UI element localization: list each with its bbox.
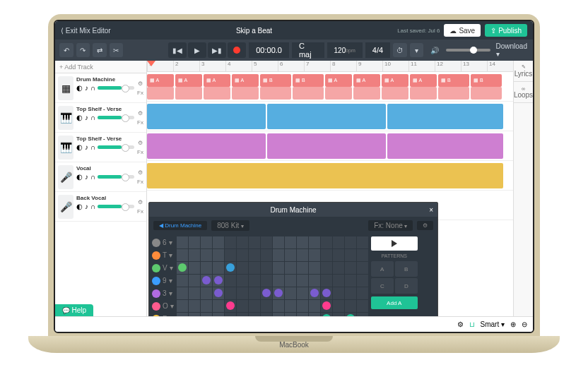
- track-volume-slider[interactable]: [98, 205, 134, 208]
- seq-cell[interactable]: [285, 300, 296, 312]
- clip[interactable]: [267, 133, 386, 159]
- headphones-icon[interactable]: ∩: [90, 114, 95, 121]
- seq-cell[interactable]: [213, 236, 224, 248]
- clip[interactable]: ▦ A: [410, 74, 437, 87]
- next-button[interactable]: ▶▮: [208, 42, 226, 58]
- seq-cell[interactable]: [357, 249, 368, 261]
- seq-cell[interactable]: [357, 236, 368, 248]
- seq-cell[interactable]: [345, 236, 356, 248]
- ruler-tick[interactable]: 6: [278, 61, 304, 71]
- seq-cell[interactable]: [297, 287, 308, 299]
- play-button[interactable]: ▶: [188, 42, 206, 58]
- headphones-icon[interactable]: ∩: [90, 203, 95, 210]
- clip[interactable]: ▦ A: [325, 74, 352, 87]
- track-fx-button[interactable]: Fx: [137, 119, 143, 126]
- clip[interactable]: [325, 87, 352, 100]
- clip[interactable]: [204, 87, 230, 100]
- clip[interactable]: [260, 87, 291, 100]
- seq-cell[interactable]: [261, 236, 272, 248]
- clip[interactable]: ▦ A: [353, 74, 380, 87]
- pattern-slot[interactable]: D: [395, 278, 418, 294]
- seq-cell[interactable]: [189, 287, 200, 299]
- track-fx-button[interactable]: Fx: [137, 149, 143, 155]
- seq-cell[interactable]: [261, 300, 272, 312]
- track-lane[interactable]: [147, 161, 513, 191]
- seq-cell[interactable]: [345, 313, 356, 316]
- seq-cell[interactable]: [177, 262, 188, 274]
- pattern-play-button[interactable]: [371, 236, 418, 251]
- ruler-tick[interactable]: 12: [435, 61, 461, 71]
- track-gear-icon[interactable]: ⚙: [138, 199, 143, 205]
- seq-cell[interactable]: [309, 236, 320, 248]
- tempo-selector[interactable]: 120 bpm: [327, 42, 363, 58]
- timesig-selector[interactable]: 4/4: [365, 42, 390, 58]
- ruler-tick[interactable]: 14: [487, 61, 513, 71]
- seq-cell[interactable]: [201, 313, 212, 316]
- clip[interactable]: ▦ A: [232, 74, 259, 87]
- clip[interactable]: [147, 104, 266, 129]
- pattern-slot[interactable]: A: [371, 261, 394, 277]
- seq-cell[interactable]: [177, 300, 188, 312]
- seq-cell[interactable]: [333, 300, 344, 312]
- seq-cell[interactable]: [213, 249, 224, 261]
- seq-cell[interactable]: [297, 236, 308, 248]
- seq-cell[interactable]: [213, 275, 224, 287]
- seq-cell[interactable]: [273, 287, 284, 299]
- prev-button[interactable]: ▮◀: [168, 42, 187, 58]
- clip[interactable]: ▦ A: [175, 74, 202, 87]
- mute-icon[interactable]: ◐: [76, 84, 83, 92]
- seq-cell[interactable]: [261, 313, 272, 316]
- solo-icon[interactable]: ♪: [85, 114, 88, 121]
- seq-cell[interactable]: [273, 249, 284, 261]
- seq-cell[interactable]: [189, 300, 200, 312]
- track-header[interactable]: 🎤 Back Vocal ◐♪∩ ⚙Fx: [55, 192, 146, 222]
- seq-cell[interactable]: [297, 262, 308, 274]
- seq-cell[interactable]: [273, 313, 284, 316]
- pattern-slot[interactable]: B: [395, 261, 418, 277]
- seq-cell[interactable]: [225, 249, 236, 261]
- seq-cell[interactable]: [273, 262, 284, 274]
- solo-icon[interactable]: ♪: [85, 203, 88, 210]
- ruler-tick[interactable]: 3: [199, 61, 225, 71]
- seq-cell[interactable]: [177, 236, 188, 248]
- seq-cell[interactable]: [249, 236, 260, 248]
- drum-row-label[interactable]: V▾: [152, 262, 174, 274]
- seq-cell[interactable]: [249, 249, 260, 261]
- seq-cell[interactable]: [189, 262, 200, 274]
- track-header[interactable]: 🎹 Top Shelf - Verse ◐♪∩ ⚙Fx: [55, 133, 146, 162]
- seq-cell[interactable]: [237, 236, 248, 248]
- track-gear-icon[interactable]: ⚙: [138, 140, 143, 146]
- track-header[interactable]: 🎤 Vocal ◐♪∩ ⚙Fx: [55, 162, 146, 192]
- ruler-tick[interactable]: 13: [461, 61, 487, 71]
- track-gear-icon[interactable]: ⚙: [138, 169, 143, 176]
- track-volume-slider[interactable]: [98, 175, 134, 179]
- clip[interactable]: ▦ B: [260, 74, 291, 87]
- add-track-button[interactable]: + Add Track: [55, 61, 146, 73]
- track-volume-slider[interactable]: [98, 116, 134, 119]
- seq-cell[interactable]: [333, 236, 344, 248]
- lyrics-tab[interactable]: ✎Lyrics: [514, 61, 533, 82]
- ruler-tick[interactable]: 9: [356, 61, 382, 71]
- mute-icon[interactable]: ◐: [76, 114, 83, 121]
- clip[interactable]: ▦ B: [293, 74, 324, 87]
- seq-cell[interactable]: [225, 300, 236, 312]
- seq-cell[interactable]: [357, 262, 368, 274]
- seq-cell[interactable]: [297, 275, 308, 287]
- seq-cell[interactable]: [285, 275, 296, 287]
- ruler-tick[interactable]: 2: [173, 61, 199, 71]
- seq-cell[interactable]: [297, 300, 308, 312]
- ruler-tick[interactable]: 8: [330, 61, 356, 71]
- seq-cell[interactable]: [333, 275, 344, 287]
- ruler[interactable]: 1234567891011121314: [147, 61, 513, 72]
- seq-cell[interactable]: [273, 275, 284, 287]
- clip[interactable]: [232, 87, 259, 100]
- clip[interactable]: [382, 87, 408, 100]
- seq-cell[interactable]: [333, 287, 344, 299]
- ruler-tick[interactable]: 11: [408, 61, 435, 71]
- seq-cell[interactable]: [309, 287, 320, 299]
- clip[interactable]: ▦ B: [438, 74, 469, 87]
- seq-cell[interactable]: [309, 249, 320, 261]
- seq-cell[interactable]: [261, 287, 272, 299]
- pattern-slot[interactable]: C: [371, 278, 394, 294]
- ruler-tick[interactable]: 7: [304, 61, 330, 71]
